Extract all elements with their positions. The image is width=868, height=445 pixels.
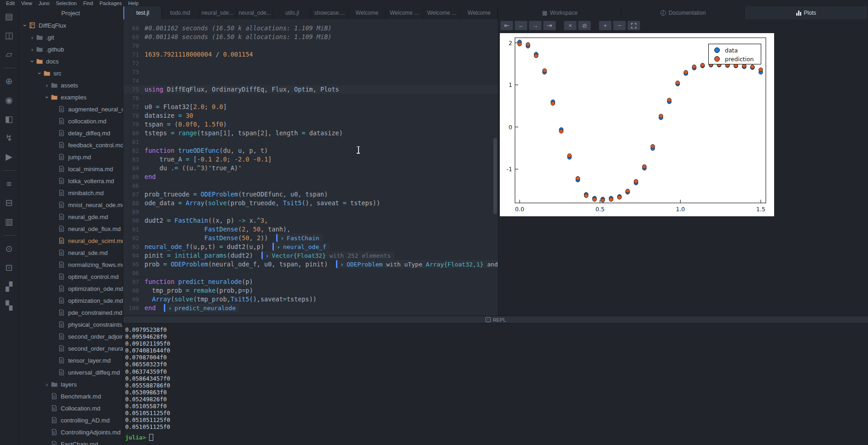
code-line-79[interactable]: 79tspan = (0.0f0, 1.5f0) [123,120,498,129]
julia-client-icon[interactable]: ▤ [4,11,15,22]
tree-item-docs[interactable]: ›docs [18,55,123,67]
editor-tab-welcome-[interactable]: Welcome ... [386,6,423,19]
code-line-81[interactable]: 81 [123,138,498,146]
code-line-97[interactable]: 97function predict_neuralode(p) [123,277,498,286]
tree-item-feedback-control-md[interactable]: feedback_control.md [18,139,123,151]
code-line-86[interactable]: 86 [123,181,498,190]
tree-item-diffeqflux[interactable]: ›DiffEqFlux [18,19,123,31]
right-tab-plots[interactable]: Plots [745,6,868,19]
tree-item--git[interactable]: ›.git [18,31,123,43]
tree-item-fastchain-md[interactable]: FastChain.md [18,438,123,445]
workspace-icon[interactable]: ▚ [4,300,15,311]
menu-item-find[interactable]: Find [80,0,96,6]
code-line-95[interactable]: 95prob = ODEProblem(neural_ode_f, u0, ts… [123,260,498,269]
code-line-73[interactable]: 73 [123,68,498,76]
code-line-71[interactable]: 711639.7921118000004 / 0.001154 [123,50,498,59]
menu-item-help[interactable]: Help [125,0,142,6]
zoom-in-button[interactable]: + [599,21,612,30]
next-plot-button[interactable]: → [529,21,542,30]
code-line-70[interactable]: 70 [123,41,498,50]
code-editor[interactable]: 68#0.001162 seconds (16.50 k allocations… [123,19,498,316]
code-line-72[interactable]: 72 [123,59,498,68]
code-line-99[interactable]: 99 Array(solve(tmp_prob,Tsit5(),saveat=t… [123,295,498,304]
info-icon[interactable]: ⊙ [4,243,15,254]
tree-item-collocation-md[interactable]: Collocation.md [18,402,123,414]
tree-item-optimization-sde-md[interactable]: optimization_sde.md [18,295,123,306]
tree-item-tensor-layer-md[interactable]: tensor_layer.md [18,354,123,366]
tree-item-universal-diffeq-md[interactable]: universal_diffeq.md [18,366,123,378]
tree-item-delay-diffeq-md[interactable]: delay_diffeq.md [18,127,123,139]
debug-step-icon[interactable]: ↯ [4,133,15,144]
clear-plots-button[interactable]: ⊘ [578,21,591,30]
tree-item-normalizing-flows-md[interactable]: normalizing_flows.md [18,259,123,271]
console-icon[interactable]: ⊡ [4,262,15,273]
tree-item-examples[interactable]: ›examples [18,91,123,103]
code-line-82[interactable]: 82function trueODEfunc(du, u, p, t) [123,146,498,155]
tree-item-minibatch-md[interactable]: minibatch.md [18,187,123,199]
tree-item-physical-constraints-m[interactable]: physical_constraints.m [18,318,123,330]
tree-item-neural-gde-md[interactable]: neural_gde.md [18,211,123,223]
code-line-100[interactable]: 100end›predict_neuralode [123,304,498,312]
code-line-74[interactable]: 74 [123,76,498,85]
code-line-69[interactable]: 69#0.001148 seconds (16.50 k allocations… [123,33,498,41]
inline-result-badge[interactable]: ›Vector{Float32} with 252 elements [261,251,394,260]
editor-tab-todo-md[interactable]: todo.md [162,6,199,19]
outline-icon[interactable]: ≡ [4,179,15,190]
code-line-80[interactable]: 80tsteps = range(tspan[1], tspan[2], len… [123,129,498,138]
save-icon[interactable]: ◫ [4,30,15,41]
inline-result-badge[interactable]: ›neural_ode_f [272,243,330,251]
code-line-87[interactable]: 87prob_trueode = ODEProblem(trueODEfunc,… [123,190,498,199]
inline-result-badge[interactable]: ›ODEProblem with uType Array{Float32,1} … [336,260,498,268]
repl-output-area[interactable]: 0.09795238f00.09594628f00.091021195f00.0… [123,324,868,445]
tree-item-neural-ode-sciml-md[interactable]: neural_ode_sciml.md [18,235,123,247]
code-line-77[interactable]: 77u0 = Float32[2.0; 0.0] [123,103,498,111]
editor-scrollbar-thumb[interactable] [493,138,497,214]
editor-tab-showcase-[interactable]: showcase.... [311,6,348,19]
tree-item-augmented-neural-oc[interactable]: augmented_neural_oc [18,103,123,115]
tree-item-second-order-neural-m[interactable]: second_order_neural.m [18,342,123,354]
tree-item-benchmark-md[interactable]: Benchmark.md [18,390,123,402]
tree-item-local-minima-md[interactable]: local_minima.md [18,163,123,175]
tree-item-optimal-control-md[interactable]: optimal_control.md [18,271,123,283]
inline-result-badge[interactable]: ›FastChain [276,234,323,242]
editor-tab-welcome[interactable]: Welcome [348,6,386,19]
repl-divider-bar[interactable]: › REPL [123,316,868,324]
run-icon[interactable]: ▶ [4,151,15,162]
editor-tab-welcome[interactable]: Welcome [461,6,498,19]
menu-item-packages[interactable]: Packages [96,0,125,6]
tree-item-second-order-adjoint[interactable]: second_order_adjoint [18,330,123,342]
code-line-68[interactable]: 68#0.001162 seconds (16.50 k allocations… [123,24,498,33]
editor-tab-neural-sde-[interactable]: neural_sde... [199,6,236,19]
tree-item-jump-md[interactable]: jump.md [18,151,123,163]
web-icon[interactable]: ⊕ [4,76,15,87]
layout-icon[interactable]: ◧ [4,114,15,125]
tree-item-assets[interactable]: ›assets [18,79,123,91]
menu-item-selection[interactable]: Selection [52,0,80,6]
preview-icon[interactable]: ◉ [4,95,15,106]
editor-tab-neural-ode-[interactable]: neural_ode... [237,6,274,19]
code-line-93[interactable]: 93neural_ode_f(u,p,t) = dudt2(u,p)›neura… [123,243,498,251]
tree-item-controlling-ad-md[interactable]: controlling_AD.md [18,414,123,426]
terminal-icon[interactable]: ⊟ [4,197,15,208]
tree-item-controllingadjoints-md[interactable]: ControllingAdjoints.md [18,426,123,438]
code-line-83[interactable]: 83 true_A = [-0.1 2.0; -2.0 -0.1] [123,155,498,164]
zoom-out-button[interactable]: − [613,21,626,30]
editor-tab-test-jl[interactable]: test.jl [124,6,162,19]
close-plot-button[interactable]: × [564,21,577,30]
code-line-88[interactable]: 88ode_data = Array(solve(prob_trueode, T… [123,199,498,208]
tree-item-src[interactable]: ›src [18,67,123,79]
menu-item-juno[interactable]: Juno [35,0,53,6]
tree-item-pde-constrained-md[interactable]: pde_constrained.md [18,306,123,318]
code-line-85[interactable]: 85end [123,173,498,181]
code-line-92[interactable]: 92 FastDense(50, 2))›FastChain [123,234,498,243]
first-plot-button[interactable]: ⇤ [500,21,513,30]
code-line-76[interactable]: 76 [123,94,498,103]
code-line-75[interactable]: 75using DiffEqFlux, OrdinaryDiffEq, Flux… [123,85,498,94]
code-line-90[interactable]: 90dudt2 = FastChain((x, p) -> x.^3, [123,216,498,225]
tree-item-collocation-md[interactable]: collocation.md [18,115,123,127]
previous-plot-button[interactable]: ← [515,21,527,30]
inline-result-badge[interactable]: ›predict_neuralode [164,304,239,312]
editor-tab-utils-jl[interactable]: utils.jl [274,6,311,19]
last-plot-button[interactable]: ⇥ [543,21,556,30]
plots-icon[interactable]: ▞ [4,281,15,292]
